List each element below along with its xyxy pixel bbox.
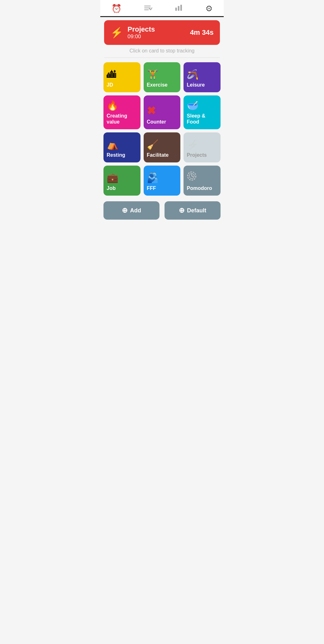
card-resting-icon: ⛺	[107, 139, 118, 150]
svg-rect-3	[175, 8, 177, 11]
card-job-label: Job	[107, 185, 115, 191]
card-fff-label: FFF	[147, 185, 156, 191]
card-counter-label: Counter	[147, 119, 166, 125]
card-sleep-food[interactable]: 🥣 Sleep & Food	[184, 95, 221, 129]
card-jd-label: JD	[107, 82, 113, 88]
default-icon: ⊕	[179, 206, 184, 215]
card-pomodoro-label: Pomodoro	[187, 185, 212, 191]
nav-timer-icon[interactable]: ⏰	[111, 4, 122, 14]
card-jd-icon: 🏙	[107, 69, 116, 80]
card-projects-inactive-icon: ⚡	[187, 139, 198, 150]
card-counter[interactable]: ✖ Counter	[144, 95, 181, 129]
card-facilitate-icon: 🧹	[147, 139, 159, 150]
divider	[104, 58, 220, 58]
card-sleep-icon: 🥣	[187, 100, 198, 111]
card-fff-icon: 🫂	[147, 172, 159, 183]
nav-settings-icon[interactable]: ⚙	[205, 4, 213, 14]
cards-grid: 🏙 JD 🏋 Exercise 🪃 Leisure 🔥 Creating val…	[100, 62, 224, 196]
card-leisure[interactable]: 🪃 Leisure	[184, 62, 221, 92]
hint-text: Click on card to stop tracking	[100, 48, 224, 54]
svg-rect-4	[178, 6, 179, 11]
card-resting-label: Resting	[107, 152, 125, 158]
card-resting[interactable]: ⛺ Resting	[103, 132, 140, 162]
card-creating-icon: 🔥	[107, 100, 118, 111]
card-creating-label: Creating value	[107, 113, 137, 125]
card-pomodoro[interactable]: Pomodoro	[184, 166, 221, 196]
card-creating-value[interactable]: 🔥 Creating value	[103, 95, 140, 129]
card-facilitate-label: Facilitate	[147, 152, 169, 158]
card-sleep-label: Sleep & Food	[187, 113, 217, 125]
svg-line-9	[192, 176, 193, 177]
bottom-buttons: ⊕ Add ⊕ Default	[103, 201, 221, 220]
tracking-info: Projects 09:00	[128, 25, 155, 40]
default-label: Default	[187, 207, 206, 214]
tracking-left: ⚡ Projects 09:00	[110, 25, 155, 40]
card-exercise-label: Exercise	[147, 82, 168, 88]
add-button[interactable]: ⊕ Add	[103, 201, 159, 220]
card-exercise-icon: 🏋	[147, 69, 159, 80]
card-job-icon: 💼	[107, 172, 118, 183]
card-counter-icon: ✖	[147, 104, 156, 117]
add-icon: ⊕	[122, 206, 128, 215]
add-label: Add	[130, 207, 141, 214]
tracking-time: 09:00	[128, 33, 155, 40]
card-facilitate[interactable]: 🧹 Facilitate	[144, 132, 181, 162]
card-jd[interactable]: 🏙 JD	[103, 62, 140, 92]
tracking-title: Projects	[128, 25, 155, 33]
card-leisure-icon: 🪃	[187, 69, 198, 80]
nav-stats-icon[interactable]	[175, 4, 183, 14]
tracking-elapsed: 4m 34s	[190, 28, 214, 37]
card-fff[interactable]: 🫂 FFF	[144, 166, 181, 196]
default-button[interactable]: ⊕ Default	[165, 201, 221, 220]
svg-rect-5	[180, 5, 182, 11]
card-projects-inactive-label: Projects	[187, 152, 207, 158]
active-tracking-card[interactable]: ⚡ Projects 09:00 4m 34s	[104, 20, 220, 45]
top-navigation: ⏰ ⚙	[100, 0, 224, 17]
card-projects-inactive[interactable]: ⚡ Projects	[184, 132, 221, 162]
tracking-card-icon: ⚡	[110, 27, 123, 39]
card-job[interactable]: 💼 Job	[103, 166, 140, 196]
card-pomodoro-icon	[187, 171, 197, 183]
card-exercise[interactable]: 🏋 Exercise	[144, 62, 181, 92]
card-leisure-label: Leisure	[187, 82, 205, 88]
nav-tasks-icon[interactable]	[144, 4, 152, 14]
